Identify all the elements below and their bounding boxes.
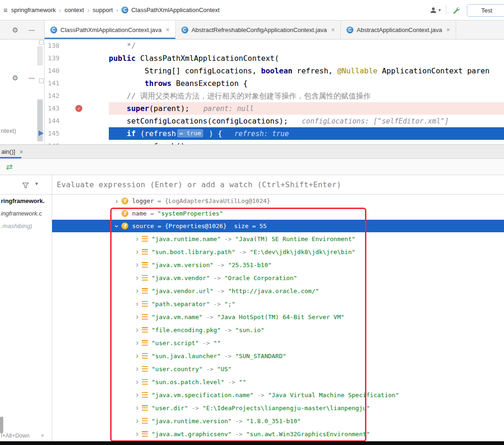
close-icon[interactable]: ×: [166, 26, 170, 33]
code-editor[interactable]: 138 */ 139 public ClassPathXmlApplicatio…: [45, 39, 504, 144]
chevron-right-icon[interactable]: ›: [133, 404, 141, 412]
chevron-right-icon[interactable]: ›: [133, 287, 141, 294]
chevron-right-icon[interactable]: ›: [133, 339, 141, 347]
property-row[interactable]: › "java.vm.specification.name" -> "Java …: [52, 388, 504, 401]
caret-down-icon[interactable]: ▾: [438, 7, 441, 13]
chevron-right-icon[interactable]: ›: [133, 378, 141, 386]
gutter: [60, 39, 109, 52]
gear-icon[interactable]: ⚙: [12, 26, 18, 33]
code-line[interactable]: 141 throws BeansException {: [45, 77, 504, 90]
wrench-icon[interactable]: [452, 6, 460, 16]
property-value: "E:\dev\jdk\jdk8\jdk\jre\bin": [250, 249, 355, 255]
line-number: 143: [45, 102, 60, 115]
property-key: "user.dir": [152, 405, 188, 412]
breadcrumb-item-support[interactable]: support: [93, 7, 113, 13]
code-line[interactable]: 144 setConfigLocations(configLocations);…: [45, 115, 504, 127]
code-line-execution[interactable]: 145 if (refresh= true ) {refresh: true: [45, 127, 504, 140]
property-key: "java.vm.version": [152, 262, 213, 268]
scrollbar-thumb[interactable]: [37, 46, 43, 65]
minimize-icon[interactable]: —: [28, 27, 34, 33]
variable-row-logger[interactable]: › f logger = {LogAdapter$JavaUtilLog@102…: [52, 195, 504, 207]
property-key: "user.country": [152, 366, 203, 373]
map-entry-icon: [142, 301, 148, 307]
variable-row-source[interactable]: › f source = {Properties@1026} size = 55: [52, 220, 504, 232]
property-key: "java.awt.graphicsenv": [152, 431, 232, 438]
property-row[interactable]: › "java.runtime.version" -> "1.8.0_351-b…: [52, 414, 504, 427]
chevron-right-icon[interactable]: ›: [133, 417, 141, 425]
debugger-tab[interactable]: ain()] ×: [0, 145, 26, 158]
property-row[interactable]: › "java.vm.name" -> "Java HotSpot(TM) 64…: [52, 310, 504, 323]
menu-icon[interactable]: ≡: [2, 6, 9, 14]
code-line[interactable]: 146 refresh();: [45, 140, 504, 144]
chevron-right-icon[interactable]: ›: [133, 326, 141, 334]
evaluate-expression-input[interactable]: Evaluate expression (Enter) or add a wat…: [52, 175, 504, 195]
stack-frame[interactable]: .mashibing): [0, 220, 52, 232]
chevron-right-icon[interactable]: ›: [113, 197, 120, 205]
code-line[interactable]: 140 String[] configLocations, boolean re…: [45, 65, 504, 77]
property-row[interactable]: › "java.awt.graphicsenv" -> "sun.awt.Win…: [52, 427, 504, 440]
property-key: "sun.os.patch.level": [152, 379, 225, 386]
property-row[interactable]: › "java.vm.version" -> "25.351-b10": [52, 258, 504, 271]
property-row[interactable]: › "sun.os.patch.level" -> "": [52, 375, 504, 388]
chevron-right-icon[interactable]: ›: [133, 261, 141, 268]
map-entry-icon: [142, 314, 148, 320]
chevron-right-icon[interactable]: ›: [133, 248, 141, 255]
tab-abstractapplicationcontext[interactable]: C AbstractApplicationContext.java ×: [341, 20, 456, 39]
chevron-right-icon[interactable]: ›: [133, 274, 141, 281]
shortcut-hint-text: l+Alt+Down: [1, 432, 29, 439]
chevron-down-icon[interactable]: ›: [113, 222, 120, 230]
user-icon[interactable]: [430, 7, 437, 16]
close-icon[interactable]: ×: [446, 26, 450, 33]
code-line[interactable]: 139 public ClassPathXmlApplicationContex…: [45, 52, 504, 65]
breakpoint-icon[interactable]: ✓: [75, 105, 82, 112]
property-row[interactable]: › "path.separator" -> ";": [52, 297, 504, 310]
chevron-right-icon[interactable]: ›: [133, 365, 141, 373]
breadcrumb-item-class[interactable]: ClassPathXmlApplicationContext: [131, 7, 219, 13]
close-icon[interactable]: ×: [40, 432, 44, 439]
breadcrumb-item-context[interactable]: context: [65, 7, 84, 13]
close-icon[interactable]: ×: [331, 26, 335, 33]
property-row[interactable]: › "user.country" -> "US": [52, 362, 504, 375]
compare-arrows-icon[interactable]: ⇄: [6, 163, 13, 171]
property-row[interactable]: › "user.dir" -> "E:\IdeaProjects\lianpen…: [52, 401, 504, 414]
divider: [446, 6, 446, 15]
line-number: 146: [45, 140, 60, 144]
variable-row-name[interactable]: › f name = "systemProperties": [52, 207, 504, 220]
filter-funnel-icon[interactable]: [22, 182, 29, 190]
minimize-icon[interactable]: —: [28, 75, 34, 81]
property-value: "": [213, 340, 221, 347]
close-icon[interactable]: ×: [20, 148, 23, 156]
stack-frame[interactable]: ingframework.c: [0, 207, 52, 220]
chevron-separator-icon: ›: [116, 7, 119, 14]
code-line-breakpoint[interactable]: 143 ✓ super(parent);parent: null: [45, 102, 504, 115]
scrollbar-thumb[interactable]: [0, 417, 3, 433]
property-row[interactable]: › "user.script" -> "": [52, 336, 504, 349]
gear-icon[interactable]: ⚙: [12, 74, 18, 81]
frames-panel: ringframework. ingframework.c .mashibing…: [0, 195, 52, 441]
chevron-right-icon[interactable]: ›: [133, 391, 141, 399]
property-row[interactable]: › "file.encoding.pkg" -> "sun.io": [52, 323, 504, 336]
property-row[interactable]: › "java.runtime.name" -> "Java(TM) SE Ru…: [52, 232, 504, 245]
test-run-button[interactable]: Test: [467, 4, 504, 17]
property-row[interactable]: › "sun.boot.library.path" -> "E:\dev\jdk…: [52, 245, 504, 258]
chevron-right-icon[interactable]: ›: [133, 352, 141, 360]
property-row[interactable]: › "java.vendor.url" -> "http://java.orac…: [52, 284, 504, 297]
property-row[interactable]: › "java.vm.vendor" -> "Oracle Corporatio…: [52, 271, 504, 284]
chevron-right-icon[interactable]: ›: [133, 430, 141, 438]
tab-abstractrefreshableconfigapplicationcontext[interactable]: C AbstractRefreshableConfigApplicationCo…: [176, 20, 341, 39]
tab-classpathxmlapplicationcontext[interactable]: C ClassPathXmlApplicationContext.java ×: [45, 20, 176, 39]
frames-filter: ▾: [0, 175, 52, 195]
caret-down-icon[interactable]: ▾: [35, 181, 38, 187]
tab-label: AbstractRefreshableConfigApplicationCont…: [192, 26, 327, 33]
code-line[interactable]: 142 // 调用父类构造方法，进行相关的对象创建等操作，包含属性的赋值操作: [45, 90, 504, 102]
chevron-right-icon[interactable]: ›: [133, 300, 141, 308]
property-key: "java.vendor.url": [152, 288, 213, 294]
stack-frame[interactable]: ringframework.: [0, 195, 52, 207]
property-value: "http://java.oracle.com/": [228, 288, 319, 294]
breadcrumb-item-springframework[interactable]: springframework: [11, 7, 56, 13]
chevron-right-icon[interactable]: ›: [133, 313, 141, 321]
line-number: 145: [45, 127, 60, 140]
chevron-right-icon[interactable]: ›: [133, 235, 141, 242]
property-row[interactable]: › "sun.java.launcher" -> "SUN_STANDARD": [52, 349, 504, 362]
code-line[interactable]: 138 */: [45, 39, 504, 52]
